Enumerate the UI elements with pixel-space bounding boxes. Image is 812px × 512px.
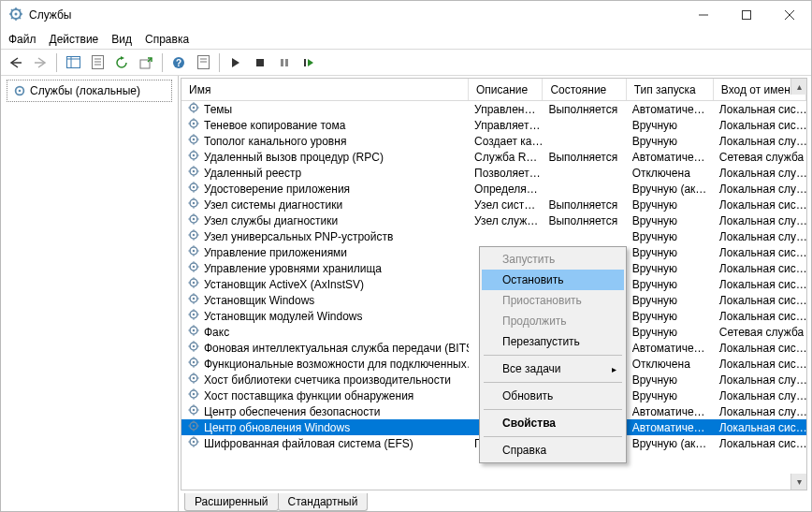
help-button[interactable]: ?	[167, 52, 190, 73]
start-service-button[interactable]	[225, 52, 247, 73]
service-name: Хост библиотеки счетчика производительно…	[204, 373, 451, 387]
tab-extended[interactable]: Расширенный	[184, 493, 279, 511]
refresh-button[interactable]	[110, 52, 133, 73]
service-name-cell: Темы	[181, 101, 469, 117]
service-name: Управление приложениями	[204, 246, 347, 259]
show-hide-tree-button[interactable]	[62, 52, 84, 73]
service-desc-cell: Узел служ…	[469, 214, 543, 227]
list-body[interactable]: ТемыУправлен…ВыполняетсяАвтоматиче…Локал…	[181, 101, 806, 490]
service-desc-cell: Управлен…	[469, 103, 543, 116]
stop-service-button[interactable]	[249, 52, 271, 73]
service-name: Удостоверение приложения	[204, 183, 350, 196]
menu-view[interactable]: Вид	[111, 33, 132, 46]
column-state[interactable]: Состояние	[543, 79, 626, 100]
service-row[interactable]: Удаленный вызов процедур (RPC)Служба R…В…	[181, 149, 806, 165]
ctx-refresh[interactable]: Обновить	[482, 386, 624, 406]
window-title: Службы	[29, 8, 71, 22]
svg-line-8	[11, 17, 13, 19]
service-name-cell: Управление уровнями хранилища	[181, 260, 469, 276]
menu-file[interactable]: Файл	[8, 33, 36, 46]
service-name-cell: Установщик Windows	[181, 292, 469, 308]
ctx-all-tasks[interactable]: Все задачи ▸	[482, 358, 624, 379]
service-name-cell: Удаленный реестр	[181, 165, 469, 181]
svg-text:?: ?	[176, 58, 181, 68]
gear-icon	[187, 356, 200, 372]
svg-rect-31	[281, 59, 283, 66]
svg-point-151	[193, 409, 195, 411]
service-row[interactable]: Узел службы диагностикиУзел служ…Выполня…	[181, 212, 806, 228]
service-logon-cell: Локальная слу…	[714, 373, 806, 387]
service-logon-cell: Локальная слу…	[714, 214, 806, 227]
context-menu: Запустить Остановить Приостановить Продо…	[479, 246, 627, 463]
list-pane: Имя Описание Состояние Тип запуска Вход …	[179, 76, 811, 511]
service-row[interactable]: Теневое копирование томаУправляет…Вручну…	[181, 117, 806, 133]
service-name: Фоновая интеллектуальная служба передачи…	[204, 342, 469, 355]
service-row[interactable]: Узел универсальных PNP-устройствВручнуюЛ…	[181, 228, 806, 244]
restart-service-button[interactable]	[297, 52, 320, 73]
properties-button[interactable]	[86, 52, 109, 73]
menu-bar: Файл Действие Вид Справка	[1, 29, 811, 50]
forward-button[interactable]	[29, 52, 51, 73]
service-name: Управление уровнями хранилища	[204, 262, 382, 275]
service-logon-cell: Локальная слу…	[714, 230, 806, 243]
service-start-cell: Отключена	[627, 167, 714, 180]
svg-point-37	[193, 107, 195, 109]
pause-service-button[interactable]	[273, 52, 296, 73]
service-name: Узел универсальных PNP-устройств	[204, 230, 393, 243]
ctx-stop[interactable]: Остановить	[482, 270, 624, 290]
tab-standard[interactable]: Стандартный	[278, 493, 369, 511]
scroll-down-arrow[interactable]: ▾	[790, 474, 806, 490]
scroll-up-arrow[interactable]: ▴	[790, 79, 806, 95]
service-name: Узел системы диагностики	[204, 198, 342, 212]
menu-help[interactable]: Справка	[145, 33, 189, 46]
gear-icon	[187, 276, 200, 292]
service-start-cell: Вручную	[627, 135, 714, 148]
service-row[interactable]: Удаленный реестрПозволяет…ОтключенаЛокал…	[181, 165, 806, 181]
service-logon-cell: Локальная слу…	[714, 405, 806, 418]
back-button[interactable]	[5, 52, 27, 73]
svg-point-133	[193, 361, 195, 363]
separator	[162, 53, 163, 72]
close-button[interactable]	[768, 1, 811, 29]
service-row[interactable]: Тополог канального уровняСоздает ка…Вруч…	[181, 133, 806, 149]
menu-action[interactable]: Действие	[50, 33, 99, 46]
service-name-cell: Хост библиотеки счетчика производительно…	[181, 372, 469, 388]
service-row[interactable]: Удостоверение приложенияОпределя…Вручную…	[181, 181, 806, 197]
service-start-cell: Автоматиче…	[627, 103, 714, 116]
service-logon-cell: Сетевая служба	[714, 326, 806, 339]
maximize-button[interactable]	[725, 1, 768, 29]
column-name[interactable]: Имя	[181, 79, 469, 100]
svg-point-139	[193, 377, 195, 379]
service-row[interactable]: Узел системы диагностикиУзел сист…Выполн…	[181, 197, 806, 212]
column-description[interactable]: Описание	[469, 79, 543, 100]
gear-icon	[187, 308, 200, 324]
service-start-cell: Автоматиче…	[627, 342, 714, 355]
service-start-cell: Вручную	[627, 389, 714, 402]
gear-icon	[187, 197, 200, 212]
export-list-button[interactable]	[135, 52, 157, 73]
ctx-restart[interactable]: Перезапустить	[482, 331, 624, 352]
tree-pane[interactable]: Службы (локальные)	[1, 76, 179, 511]
column-startup[interactable]: Тип запуска	[627, 79, 714, 100]
gear-icon	[187, 165, 200, 181]
service-logon-cell: Локальная сис…	[714, 262, 806, 275]
svg-line-6	[11, 9, 13, 11]
gear-icon	[187, 101, 200, 117]
tree-node-services-local[interactable]: Службы (локальные)	[7, 80, 172, 102]
service-row[interactable]: ТемыУправлен…ВыполняетсяАвтоматиче…Локал…	[181, 101, 806, 117]
service-logon-cell: Локальная слу…	[714, 167, 806, 180]
gear-icon	[187, 419, 200, 435]
properties-sheet-button[interactable]	[192, 52, 214, 73]
service-name: Установщик Windows	[204, 294, 314, 307]
ctx-separator	[484, 409, 622, 410]
gear-icon	[187, 117, 200, 133]
ctx-help[interactable]: Справка	[482, 440, 624, 461]
service-state-cell: Выполняется	[543, 214, 626, 227]
service-start-cell: Вручную	[627, 246, 714, 259]
svg-point-91	[193, 250, 195, 252]
service-logon-cell: Локальная сис…	[714, 358, 806, 371]
minimize-button[interactable]	[682, 1, 725, 29]
ctx-properties[interactable]: Свойства	[482, 413, 624, 433]
service-start-cell: Вручную	[627, 262, 714, 275]
service-name: Узел службы диагностики	[204, 214, 338, 227]
